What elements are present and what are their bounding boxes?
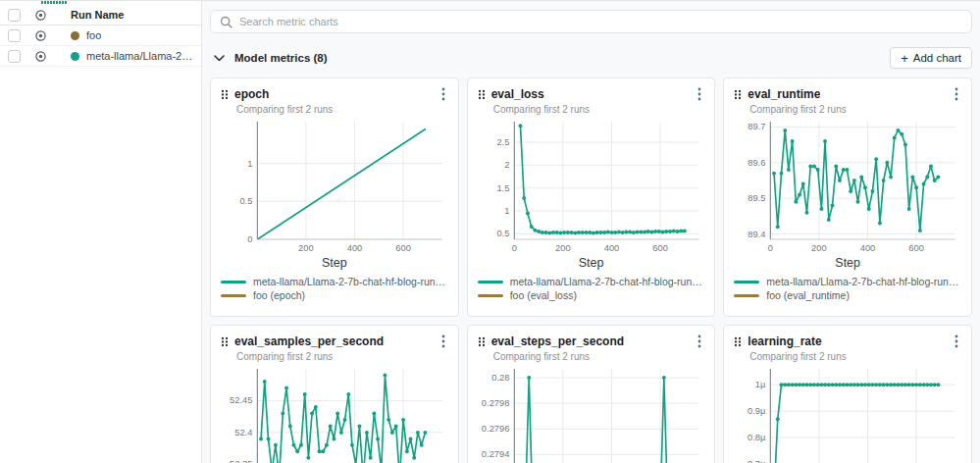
chart-card-learning-rate: learning_rate Comparing first 2 runs 020… — [723, 325, 972, 463]
accent-strip — [41, 1, 67, 4]
section-header-row: Model metrics (8) + Add chart — [212, 46, 972, 70]
legend-label: meta-llama/Llama-2-7b-chat-hf-blog-run (… — [253, 276, 448, 287]
drag-handle-icon[interactable] — [221, 89, 229, 100]
drag-handle-icon[interactable] — [221, 336, 229, 347]
run-checkbox[interactable] — [8, 50, 21, 63]
run-color-dot — [71, 52, 79, 61]
svg-text:52.45: 52.45 — [230, 394, 252, 405]
drag-handle-icon[interactable] — [478, 89, 486, 100]
search-icon — [220, 16, 232, 28]
legend-swatch — [478, 294, 503, 297]
chart-title: eval_steps_per_second — [491, 334, 624, 348]
svg-text:400: 400 — [347, 242, 363, 253]
drag-handle-icon[interactable] — [734, 89, 742, 100]
visibility-all-icon[interactable] — [34, 9, 47, 22]
chart-legend: meta-llama/Llama-2-7b-chat-hf-blog-run (… — [478, 275, 705, 302]
legend-label: meta-llama/Llama-2-7b-chat-hf-blog-run (… — [510, 276, 705, 287]
kebab-menu-icon[interactable] — [438, 86, 448, 102]
chart-title: eval_loss — [491, 87, 544, 101]
kebab-menu-icon[interactable] — [695, 334, 704, 349]
charts-grid: epoch Comparing first 2 runs 20040060000… — [210, 77, 972, 463]
svg-text:1: 1 — [247, 157, 252, 168]
legend-label: foo (epoch) — [253, 289, 305, 301]
run-visibility-icon[interactable] — [34, 29, 47, 42]
legend-swatch — [221, 294, 246, 297]
chart-card-eval-loss: eval_loss Comparing first 2 runs 0200400… — [467, 77, 716, 317]
svg-text:0.28: 0.28 — [491, 372, 509, 383]
chart-plot[interactable]: 020040060052.3552.452.45 — [221, 363, 448, 463]
x-axis-label: Step — [734, 256, 961, 270]
chart-title: epoch — [234, 87, 269, 101]
chart-legend: meta-llama/Llama-2-7b-chat-hf-blog-run (… — [734, 275, 961, 302]
run-name[interactable]: foo — [86, 29, 101, 41]
svg-text:200: 200 — [811, 242, 827, 253]
legend-swatch — [734, 294, 759, 297]
chart-subtitle: Comparing first 2 runs — [236, 104, 448, 115]
x-axis-label: Step — [478, 256, 705, 270]
svg-text:0.5: 0.5 — [239, 195, 252, 206]
kebab-menu-icon[interactable] — [952, 334, 961, 349]
search-input[interactable] — [239, 16, 962, 27]
svg-text:0: 0 — [511, 242, 516, 253]
chart-subtitle: Comparing first 2 runs — [749, 351, 961, 362]
svg-text:0.7µ: 0.7µ — [748, 458, 766, 463]
run-visibility-icon[interactable] — [34, 50, 47, 63]
svg-text:89.4: 89.4 — [748, 228, 766, 238]
chart-card-eval-runtime: eval_runtime Comparing first 2 runs 0200… — [723, 77, 972, 317]
svg-text:0.2794: 0.2794 — [482, 448, 510, 459]
svg-text:400: 400 — [603, 242, 619, 253]
drag-handle-icon[interactable] — [734, 336, 742, 347]
chart-subtitle: Comparing first 2 runs — [493, 104, 705, 115]
plus-icon: + — [901, 53, 908, 64]
chart-card-epoch: epoch Comparing first 2 runs 20040060000… — [210, 77, 459, 317]
run-row-meta-llama[interactable]: meta-llama/Llama-2-7b... — [0, 46, 201, 67]
section-title: Model metrics (8) — [234, 52, 328, 64]
search-bar[interactable] — [210, 10, 972, 33]
chart-card-eval-steps-per-second: eval_steps_per_second Comparing first 2 … — [467, 325, 716, 463]
chart-subtitle: Comparing first 2 runs — [749, 104, 961, 115]
x-axis-label: Step — [221, 256, 448, 270]
svg-text:400: 400 — [860, 242, 876, 253]
chart-plot[interactable]: 02004006000.7µ0.8µ0.9µ1µ — [734, 363, 961, 463]
svg-text:0.9µ: 0.9µ — [748, 405, 766, 416]
metrics-panel: Model metrics (8) + Add chart epoch Comp… — [202, 1, 980, 463]
run-checkbox[interactable] — [8, 29, 21, 42]
svg-text:2.5: 2.5 — [496, 136, 509, 147]
kebab-menu-icon[interactable] — [952, 86, 961, 102]
kebab-menu-icon[interactable] — [695, 86, 704, 102]
svg-text:52.4: 52.4 — [234, 427, 252, 437]
legend-label: meta-llama/Llama-2-7b-chat-hf-blog-run (… — [766, 276, 961, 287]
svg-text:600: 600 — [395, 242, 411, 253]
svg-text:0.8µ: 0.8µ — [748, 432, 766, 442]
svg-text:1.5: 1.5 — [496, 182, 509, 193]
run-name-column-header: Run Name — [71, 9, 124, 21]
chart-plot[interactable]: 20040060000.51 — [221, 116, 448, 255]
svg-text:2: 2 — [504, 159, 509, 170]
svg-text:200: 200 — [298, 242, 314, 253]
runs-sidebar: Run Name foo meta-llama/Llama-2-7b... — [0, 1, 202, 463]
legend-swatch — [221, 281, 246, 283]
chart-title: eval_samples_per_second — [234, 334, 384, 348]
run-name[interactable]: meta-llama/Llama-2-7b... — [86, 50, 194, 62]
run-row-foo[interactable]: foo — [0, 26, 201, 46]
svg-text:0.5: 0.5 — [496, 228, 509, 238]
svg-text:600: 600 — [652, 242, 668, 253]
select-all-checkbox[interactable] — [8, 9, 21, 22]
runs-table-header: Run Name — [0, 5, 201, 26]
chevron-down-icon[interactable] — [212, 51, 226, 65]
chart-plot[interactable]: 020040060089.489.589.689.7 — [734, 116, 961, 255]
kebab-menu-icon[interactable] — [438, 334, 448, 349]
add-chart-button[interactable]: + Add chart — [890, 47, 972, 69]
chart-subtitle: Comparing first 2 runs — [236, 351, 448, 362]
chart-plot[interactable]: 02004006000.27920.27940.27960.27980.28 — [478, 363, 705, 463]
svg-text:0.2796: 0.2796 — [482, 423, 510, 434]
drag-handle-icon[interactable] — [478, 336, 486, 347]
chart-subtitle: Comparing first 2 runs — [493, 351, 705, 362]
chart-plot[interactable]: 02004006000.511.522.5 — [478, 116, 705, 255]
app-window: Run Name foo meta-llama/Llama-2-7b... — [0, 0, 980, 463]
add-chart-label: Add chart — [913, 52, 961, 64]
svg-text:52.35: 52.35 — [230, 458, 252, 463]
svg-text:89.6: 89.6 — [748, 157, 766, 168]
svg-text:0.2798: 0.2798 — [482, 397, 510, 408]
legend-label: foo (eval_loss) — [510, 289, 577, 301]
